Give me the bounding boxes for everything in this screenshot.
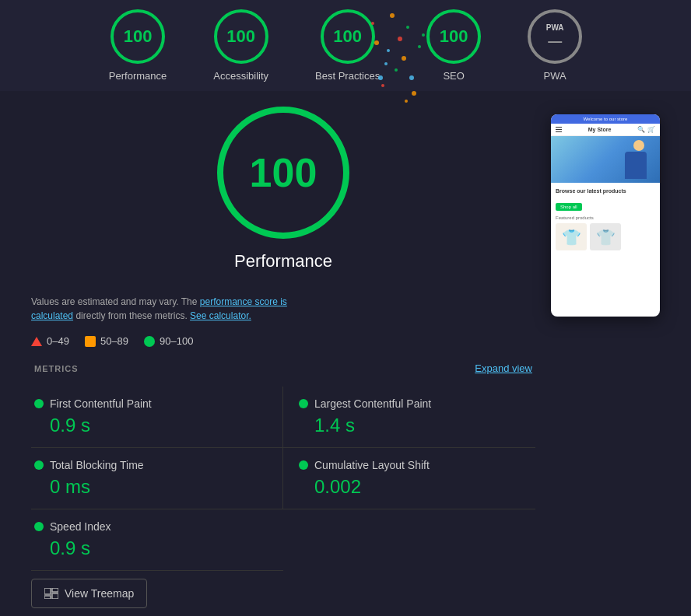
si-name-row: Speed Index: [34, 520, 280, 533]
metrics-header: METRICS Expand view: [31, 362, 535, 374]
pass-icon: [144, 336, 155, 347]
svg-rect-17: [52, 588, 58, 592]
phone-mockup: Welcome to our store My Store 🔍 🛒: [551, 114, 660, 317]
phone-store-name: My Store: [588, 127, 612, 132]
accessibility-label: Accessibility: [213, 70, 268, 82]
calculator-link[interactable]: See calculator.: [190, 310, 251, 321]
metric-cls: Cumulative Layout Shift 0.002: [283, 448, 535, 509]
svg-point-3: [387, 49, 390, 52]
score-item-performance: 100 Performance: [109, 9, 167, 82]
metrics-grid: First Contentful Paint 0.9 s Largest Con…: [31, 387, 535, 509]
score-item-best-practices: 100 Best Practices: [315, 9, 380, 82]
cls-value: 0.002: [299, 476, 532, 498]
main-content: 100 Performance Values are estimated and…: [0, 91, 691, 616]
phone-hero: [551, 136, 660, 183]
view-treemap-button[interactable]: View Treemap: [31, 579, 147, 608]
phone-nav-icons: 🔍 🛒: [637, 126, 655, 133]
score-item-seo: 100 SEO: [426, 9, 481, 82]
metrics-section: METRICS Expand view First Contentful Pai…: [31, 362, 535, 608]
scores-bar: 100 Performance 100 Accessibility 100 Be…: [0, 0, 691, 91]
seo-circle: 100: [426, 9, 481, 64]
cls-label: Cumulative Layout Shift: [314, 459, 430, 471]
lcp-label: Largest Contentful Paint: [314, 397, 431, 410]
phone-welcome-bar: Welcome to our store: [551, 114, 660, 124]
svg-point-4: [402, 56, 406, 61]
big-score-circle: 100: [217, 107, 349, 239]
svg-point-2: [398, 37, 402, 41]
fcp-name-row: First Contentful Paint: [34, 397, 267, 410]
legend: 0–49 50–89 90–100: [31, 335, 193, 347]
tbt-label: Total Blocking Time: [50, 459, 144, 471]
big-score-title: Performance: [234, 251, 332, 271]
lcp-name-row: Largest Contentful Paint: [299, 397, 532, 410]
phone-product-1: 👕: [556, 223, 587, 250]
metric-tbt: Total Blocking Time 0 ms: [31, 448, 283, 509]
average-icon: [85, 336, 96, 347]
si-dot: [34, 522, 44, 531]
svg-rect-18: [52, 593, 58, 599]
cart-icon: 🛒: [647, 126, 655, 133]
legend-item-average: 50–89: [85, 335, 128, 347]
phone-browse-text: Browse our latest products: [556, 187, 655, 194]
phone-products: 👕 👕: [556, 223, 655, 250]
search-icon: 🔍: [637, 126, 645, 133]
legend-item-fail: 0–49: [31, 335, 69, 347]
fail-icon: [31, 337, 42, 346]
treemap-icon: [44, 588, 58, 599]
si-value: 0.9 s: [34, 537, 280, 559]
svg-point-5: [395, 68, 398, 72]
metric-fcp: First Contentful Paint 0.9 s: [31, 387, 283, 448]
lcp-dot: [299, 399, 308, 408]
performance-circle: 100: [110, 9, 165, 64]
fcp-dot: [34, 399, 44, 408]
phone-product-2: 👕: [590, 223, 621, 250]
metrics-title: METRICS: [34, 364, 79, 373]
metric-lcp: Largest Contentful Paint 1.4 s: [283, 387, 535, 448]
big-score-container: 100 Performance: [31, 107, 535, 282]
cls-dot: [299, 460, 308, 470]
cls-name-row: Cumulative Layout Shift: [299, 459, 532, 471]
fcp-label: First Contentful Paint: [50, 397, 152, 410]
left-panel: 100 Performance Values are estimated and…: [31, 107, 535, 608]
legend-item-pass: 90–100: [144, 335, 193, 347]
best-practices-circle: 100: [321, 9, 375, 64]
phone-nav: My Store 🔍 🛒: [551, 124, 660, 136]
metric-si: Speed Index 0.9 s: [31, 509, 283, 571]
svg-point-0: [390, 13, 395, 18]
performance-label: Performance: [109, 70, 167, 82]
pwa-label: PWA: [544, 70, 566, 82]
phone-featured-text: Featured products: [556, 215, 655, 220]
right-panel: Welcome to our store My Store 🔍 🛒: [551, 107, 660, 608]
seo-label: SEO: [443, 70, 464, 82]
phone-body: Browse our latest products Shop all Feat…: [551, 183, 660, 255]
svg-point-13: [422, 33, 425, 37]
accessibility-circle: 100: [214, 9, 268, 64]
hamburger-icon: [556, 127, 562, 132]
tbt-value: 0 ms: [34, 476, 267, 498]
svg-point-10: [384, 62, 388, 65]
svg-point-1: [406, 26, 409, 29]
svg-rect-16: [44, 588, 51, 594]
best-practices-label: Best Practices: [315, 70, 380, 82]
svg-rect-19: [44, 596, 51, 599]
phone-shop-btn: Shop all: [556, 203, 582, 211]
tbt-name-row: Total Blocking Time: [34, 459, 267, 471]
lcp-value: 1.4 s: [299, 415, 532, 436]
svg-point-6: [409, 75, 414, 80]
si-label: Speed Index: [50, 520, 111, 533]
pwa-circle: PWA —: [528, 9, 582, 64]
fcp-value: 0.9 s: [34, 415, 267, 436]
hero-person: [625, 140, 652, 183]
svg-point-7: [381, 84, 384, 87]
expand-view-button[interactable]: Expand view: [475, 362, 532, 374]
score-item-accessibility: 100 Accessibility: [213, 9, 268, 82]
big-score-value: 100: [250, 149, 317, 196]
svg-point-9: [418, 45, 421, 48]
score-item-pwa: PWA — PWA: [528, 9, 582, 82]
tbt-dot: [34, 460, 44, 470]
score-description: Values are estimated and may vary. The p…: [31, 295, 327, 323]
